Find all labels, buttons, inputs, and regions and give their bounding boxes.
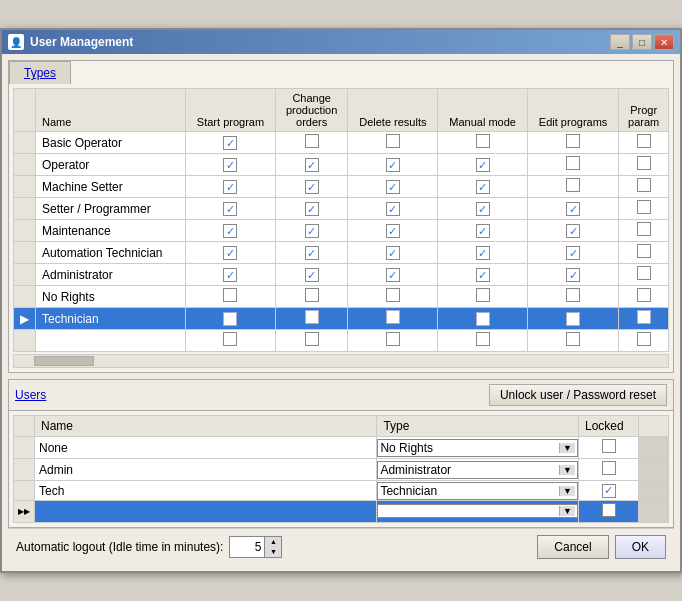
checkbox-cell[interactable] <box>348 176 438 198</box>
user-locked-cell[interactable] <box>579 437 639 459</box>
checkbox-cell[interactable] <box>619 132 669 154</box>
checkbox-cell[interactable] <box>276 286 348 308</box>
checkbox-cell[interactable] <box>348 198 438 220</box>
logout-spinner[interactable]: ▲ ▼ <box>229 536 282 558</box>
start_program-checkbox[interactable] <box>223 312 237 326</box>
checkbox-cell[interactable] <box>619 308 669 330</box>
delete_results-checkbox[interactable] <box>386 268 400 282</box>
checkbox-cell[interactable] <box>185 264 275 286</box>
table-row[interactable]: Basic Operator <box>14 132 669 154</box>
checkbox-cell[interactable] <box>619 198 669 220</box>
change_production-checkbox[interactable] <box>305 288 319 302</box>
prog_param-checkbox[interactable] <box>637 288 651 302</box>
checkbox-cell[interactable] <box>438 176 527 198</box>
prog_param-checkbox[interactable] <box>637 222 651 236</box>
user-locked-cell[interactable] <box>579 481 639 501</box>
checkbox-cell[interactable] <box>619 330 669 352</box>
checkbox-cell[interactable] <box>276 242 348 264</box>
spinner-controls[interactable]: ▲ ▼ <box>265 536 282 558</box>
user-name-cell[interactable] <box>35 481 377 501</box>
user-type-select[interactable]: Technician▼ <box>377 482 578 500</box>
manual_mode-checkbox[interactable] <box>476 134 490 148</box>
edit_programs-checkbox[interactable] <box>566 332 580 346</box>
checkbox-cell[interactable] <box>276 132 348 154</box>
scrollbar-thumb[interactable] <box>34 356 94 366</box>
checkbox-cell[interactable] <box>348 242 438 264</box>
change_production-checkbox[interactable] <box>305 224 319 238</box>
checkbox-cell[interactable] <box>619 176 669 198</box>
user-type-select[interactable]: ▼ <box>377 504 578 518</box>
user-name-cell[interactable] <box>35 437 377 459</box>
table-row[interactable]: Administrator <box>14 264 669 286</box>
start_program-checkbox[interactable] <box>223 268 237 282</box>
prog_param-checkbox[interactable] <box>637 310 651 324</box>
checkbox-cell[interactable] <box>438 286 527 308</box>
user-row[interactable]: ▶▶▼ <box>14 500 669 522</box>
checkbox-cell[interactable] <box>348 132 438 154</box>
user-type-cell[interactable]: Administrator▼ <box>377 459 579 481</box>
delete_results-checkbox[interactable] <box>386 288 400 302</box>
checkbox-cell[interactable] <box>185 308 275 330</box>
manual_mode-checkbox[interactable] <box>476 158 490 172</box>
checkbox-cell[interactable] <box>527 176 618 198</box>
delete_results-checkbox[interactable] <box>386 158 400 172</box>
checkbox-cell[interactable] <box>438 330 527 352</box>
checkbox-cell[interactable] <box>348 308 438 330</box>
checkbox-cell[interactable] <box>527 330 618 352</box>
user-type-cell[interactable]: Technician▼ <box>377 481 579 501</box>
checkbox-cell[interactable] <box>348 286 438 308</box>
change_production-checkbox[interactable] <box>305 246 319 260</box>
checkbox-cell[interactable] <box>185 330 275 352</box>
table-row[interactable]: ▶Technician <box>14 308 669 330</box>
checkbox-cell[interactable] <box>276 330 348 352</box>
checkbox-cell[interactable] <box>438 154 527 176</box>
change_production-checkbox[interactable] <box>305 268 319 282</box>
edit_programs-checkbox[interactable] <box>566 202 580 216</box>
checkbox-cell[interactable] <box>276 176 348 198</box>
types-table-container[interactable]: Name Start program Changeproductionorder… <box>13 88 669 352</box>
user-locked-cell[interactable] <box>579 459 639 481</box>
checkbox-cell[interactable] <box>438 132 527 154</box>
spinner-up-button[interactable]: ▲ <box>265 537 281 547</box>
change_production-checkbox[interactable] <box>305 180 319 194</box>
table-row[interactable] <box>14 330 669 352</box>
edit_programs-checkbox[interactable] <box>566 288 580 302</box>
manual_mode-checkbox[interactable] <box>476 180 490 194</box>
prog_param-checkbox[interactable] <box>637 178 651 192</box>
user-row[interactable]: No Rights▼ <box>14 437 669 459</box>
start_program-checkbox[interactable] <box>223 158 237 172</box>
start_program-checkbox[interactable] <box>223 224 237 238</box>
table-row[interactable]: Machine Setter <box>14 176 669 198</box>
checkbox-cell[interactable] <box>527 242 618 264</box>
table-row[interactable]: Automation Technician <box>14 242 669 264</box>
start_program-checkbox[interactable] <box>223 136 237 150</box>
manual_mode-checkbox[interactable] <box>476 268 490 282</box>
delete_results-checkbox[interactable] <box>386 202 400 216</box>
manual_mode-checkbox[interactable] <box>476 288 490 302</box>
start_program-checkbox[interactable] <box>223 202 237 216</box>
user-name-input[interactable] <box>39 484 372 498</box>
locked-checkbox[interactable] <box>602 503 616 517</box>
checkbox-cell[interactable] <box>348 220 438 242</box>
ok-button[interactable]: OK <box>615 535 666 559</box>
delete_results-checkbox[interactable] <box>386 310 400 324</box>
user-type-select[interactable]: No Rights▼ <box>377 439 578 457</box>
select-dropdown-arrow[interactable]: ▼ <box>559 486 575 496</box>
checkbox-cell[interactable] <box>276 198 348 220</box>
prog_param-checkbox[interactable] <box>637 266 651 280</box>
change_production-checkbox[interactable] <box>305 158 319 172</box>
checkbox-cell[interactable] <box>276 220 348 242</box>
user-locked-cell[interactable] <box>579 500 639 522</box>
user-name-cell[interactable] <box>35 500 377 522</box>
edit_programs-checkbox[interactable] <box>566 312 580 326</box>
checkbox-cell[interactable] <box>527 286 618 308</box>
change_production-checkbox[interactable] <box>305 310 319 324</box>
prog_param-checkbox[interactable] <box>637 200 651 214</box>
user-row[interactable]: Technician▼ <box>14 481 669 501</box>
edit_programs-checkbox[interactable] <box>566 224 580 238</box>
delete_results-checkbox[interactable] <box>386 180 400 194</box>
manual_mode-checkbox[interactable] <box>476 246 490 260</box>
table-row[interactable]: Operator <box>14 154 669 176</box>
checkbox-cell[interactable] <box>527 264 618 286</box>
table-row[interactable]: Maintenance <box>14 220 669 242</box>
